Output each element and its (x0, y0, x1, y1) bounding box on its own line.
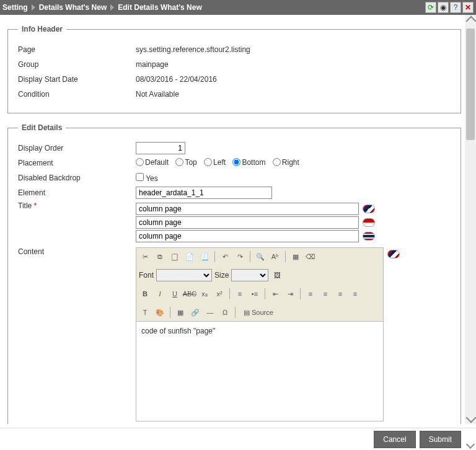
content-label: Content (18, 247, 136, 256)
align-justify-icon[interactable]: ≡ (349, 288, 361, 300)
group-label: Group (18, 60, 136, 69)
placement-right-radio[interactable] (273, 158, 281, 166)
refresh-icon[interactable]: ⟳ (425, 2, 436, 13)
title-bar: Setting Details What's New Edit Details … (0, 0, 476, 15)
paste-word-icon[interactable]: 📃 (198, 250, 211, 263)
redo-icon[interactable]: ↷ (234, 250, 246, 263)
copy-icon[interactable]: ⧉ (154, 250, 166, 263)
chevron-right-icon (32, 4, 35, 11)
editor-toolbar: ✂ ⧉ 📋 📄 📃 ↶ ↷ 🔍 Aᵇ ▦ ⌫ (136, 248, 383, 322)
undo-icon[interactable]: ↶ (219, 250, 231, 263)
text-color-icon[interactable]: T (139, 306, 151, 319)
placement-default-radio[interactable] (136, 158, 144, 166)
breadcrumb: Setting Details What's New Edit Details … (2, 3, 202, 12)
condition-label: Condition (18, 90, 136, 99)
breadcrumb-item: Edit Details What's New (118, 3, 202, 12)
edit-details-section: Edit Details Display Order Placement Def… (7, 123, 461, 424)
hr-icon[interactable]: — (204, 306, 216, 319)
condition-value: Not Available (136, 90, 179, 99)
placement-option-label: Bottom (242, 158, 265, 167)
flag-id-icon (363, 218, 375, 227)
bullet-list-icon[interactable]: •≡ (249, 288, 261, 300)
flag-gb-icon (387, 250, 400, 258)
placement-bottom-radio[interactable] (232, 158, 240, 166)
find-icon[interactable]: 🔍 (254, 250, 267, 263)
group-value: mainpage (136, 60, 169, 69)
submit-button[interactable]: Submit (420, 431, 461, 448)
page-label: Page (18, 45, 136, 54)
paste-icon[interactable]: 📋 (169, 250, 181, 263)
disabled-backdrop-label: Disabled Backdrop (18, 174, 136, 182)
font-select[interactable] (156, 269, 212, 281)
flag-th-icon (363, 232, 375, 240)
link-icon[interactable]: 🔗 (189, 306, 201, 319)
disabled-backdrop-checkbox[interactable] (136, 173, 144, 181)
display-order-input[interactable] (136, 142, 185, 154)
cut-icon[interactable]: ✂ (139, 250, 151, 263)
close-icon[interactable]: ✕ (462, 2, 474, 13)
special-char-icon[interactable]: Ω (219, 306, 231, 319)
paste-text-icon[interactable]: 📄 (183, 250, 196, 263)
subscript-icon[interactable]: x₂ (198, 288, 211, 300)
content-area: Info Header Page sys.setting.reference.s… (0, 15, 476, 424)
content-body[interactable]: code of sunfish "page" (136, 322, 383, 421)
size-select[interactable] (231, 269, 268, 281)
align-right-icon[interactable]: ≡ (334, 288, 346, 300)
outdent-icon[interactable]: ⇤ (269, 288, 281, 300)
info-header-legend: Info Header (18, 25, 66, 33)
placement-option-label: Top (185, 158, 196, 167)
indent-icon[interactable]: ⇥ (284, 288, 296, 300)
flag-gb-icon (363, 205, 375, 213)
element-label: Element (18, 188, 136, 197)
rich-text-editor: ✂ ⧉ 📋 📄 📃 ↶ ↷ 🔍 Aᵇ ▦ ⌫ (136, 247, 384, 421)
title-label: Title * (18, 201, 136, 210)
source-button[interactable]: ▤ Source (239, 306, 278, 319)
backdrop-option-label: Yes (146, 174, 158, 183)
title-input-th[interactable] (136, 230, 359, 242)
numbered-list-icon[interactable]: ≡ (234, 288, 246, 300)
placement-top-radio[interactable] (175, 158, 183, 166)
cancel-button[interactable]: Cancel (374, 431, 415, 448)
select-all-icon[interactable]: ▦ (289, 250, 302, 263)
breadcrumb-item[interactable]: Setting (2, 3, 28, 12)
underline-icon[interactable]: U (169, 288, 181, 300)
edit-details-legend: Edit Details (18, 123, 66, 132)
display-order-label: Display Order (18, 144, 136, 152)
remove-format-icon[interactable]: ⌫ (304, 250, 317, 263)
user-icon[interactable]: ◉ (438, 2, 449, 13)
title-input-id[interactable] (136, 216, 359, 229)
font-label: Font (139, 271, 154, 280)
image-icon[interactable]: 🖼 (271, 269, 283, 281)
info-header-section: Info Header Page sys.setting.reference.s… (7, 25, 461, 113)
table-icon[interactable]: ▦ (174, 306, 187, 319)
italic-icon[interactable]: I (154, 288, 166, 300)
footer: Cancel Submit (0, 428, 476, 450)
replace-icon[interactable]: Aᵇ (269, 250, 281, 263)
element-input[interactable] (136, 187, 272, 199)
display-start-date-label: Display Start Date (18, 75, 136, 84)
bold-icon[interactable]: B (139, 288, 151, 300)
page-value: sys.setting.reference.sftour2.listing (136, 45, 250, 54)
strike-icon[interactable]: ABC (183, 288, 196, 300)
chevron-right-icon (110, 4, 114, 11)
align-left-icon[interactable]: ≡ (304, 288, 317, 300)
placement-label: Placement (18, 159, 136, 167)
placement-option-label: Left (213, 158, 226, 167)
breadcrumb-item[interactable]: Details What's New (39, 3, 107, 12)
help-icon[interactable]: ? (450, 2, 461, 13)
display-start-date-value: 08/03/2016 - 22/04/2016 (136, 75, 217, 84)
superscript-icon[interactable]: x² (213, 288, 226, 300)
bg-color-icon[interactable]: 🎨 (154, 306, 166, 319)
placement-option-label: Right (282, 158, 299, 167)
title-input-en[interactable] (136, 203, 359, 215)
chevron-down-icon[interactable] (466, 440, 475, 449)
placement-radio-group: Default Top Left Bottom Right (136, 158, 304, 169)
align-center-icon[interactable]: ≡ (319, 288, 332, 300)
size-label: Size (214, 271, 229, 280)
placement-option-label: Default (145, 158, 169, 167)
titlebar-actions: ⟳ ◉ ? ✕ (425, 2, 474, 13)
placement-left-radio[interactable] (204, 158, 212, 166)
